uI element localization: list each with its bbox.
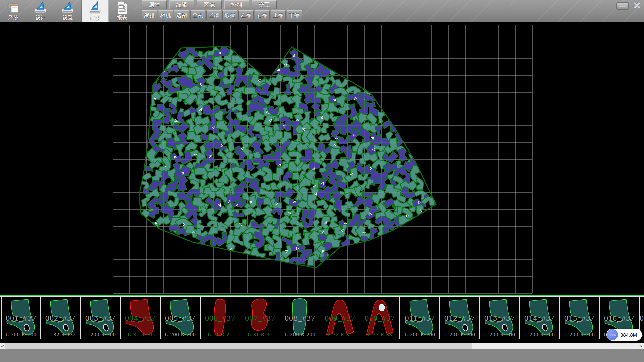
tool-button-3[interactable]: 全割 [190,10,205,20]
thumbnail-cell-5[interactable]: 005_#37L:200 R:200 [161,297,201,339]
scroll-left-arrow-icon[interactable]: < [0,343,5,349]
close-button[interactable]: ✕ [631,1,643,10]
app-button-label: 排版 [90,15,100,21]
app-button-layout-active[interactable]: 排版 [82,0,109,22]
progress-percent-circle: 38% [607,329,618,340]
piece-id-label: 005_#37 [161,314,200,323]
thumbnail-cell-6[interactable]: 006_#37L:21 R:21 [201,297,240,339]
tool-button-6[interactable]: 左靠 [238,10,254,20]
piece-lr-count: L:200 R:200 [520,331,559,338]
tool-button-4[interactable]: 区域 [206,10,221,20]
piece-id-label: 016_#37 [600,314,639,323]
piece-lr-count: L:31 R:31 [240,331,280,338]
thumbnail-cell-11[interactable]: 011_#37L:200 R:200 [400,297,440,339]
piece-id-label: 011_#37 [400,314,439,323]
thumbnail-cell-1[interactable]: 001_#37L:700 R:700 [1,297,41,339]
memory-usage-value: 384.8M [620,332,637,338]
piece-id-label: 015_#37 [560,314,599,323]
piece-lr-count: L:200 R:200 [280,331,320,338]
piece-id-label: 008_#37 [280,314,320,323]
piece-id-label: 0 [640,314,643,323]
piece-id-label: 007_#37 [240,314,280,323]
progress-badge: 38% 384.8M [606,329,642,341]
thumbnail-cell-2[interactable]: 002_#37L:132 R:132 [41,297,81,339]
menu-tab-4[interactable]: 交互 [252,0,277,9]
menu-tab-3[interactable]: 排料 [224,0,249,9]
piece-id-label: 009_#37 [320,314,360,323]
menu-tab-2[interactable]: 区域 [197,0,222,9]
app-button-report[interactable]: 报表 [109,0,136,22]
minimize-icon: — [619,4,626,8]
app-button-label: 设计 [36,15,46,21]
piece-id-label: 002_#37 [41,314,80,323]
menu-tab-row: 属性编辑区域排料交互 [142,0,302,9]
piece-lr-count: L:132 R:132 [41,331,80,338]
piece-lr-count: L:200 R:200 [161,331,200,338]
piece-id-label: 014_#37 [520,314,559,323]
piece-id-label: 010_#37 [360,314,399,323]
tool-button-9[interactable]: 下靠 [287,10,302,20]
scrollbar-thumb[interactable] [5,343,472,349]
tool-button-8[interactable]: 上靠 [271,10,286,20]
status-bar [0,349,644,362]
menu-tab-0[interactable]: 属性 [142,0,167,9]
app-button-system[interactable]: 系统 [0,0,27,22]
piece-lr-count: L:33 R:33 [360,331,399,338]
piece-lr-count: L:200 R:200 [560,331,599,338]
thumbnail-cell-7[interactable]: 007_#37L:31 R:31 [240,297,280,339]
app-button-label: 系统 [8,15,18,21]
layout-ruler-icon [88,1,102,15]
thumbnail-cell-15[interactable]: 015_#37L:200 R:200 [560,297,600,339]
app-button-row: 系统 设计 [0,0,136,22]
report-icon [115,1,129,15]
application-window: 系统 设计 [0,0,644,362]
nesting-canvas[interactable] [0,22,644,295]
minimize-button[interactable]: — [616,2,629,10]
piece-thumbnail-strip: 001_#37L:700 R:700002_#37L:132 R:132003_… [0,296,644,339]
design-ruler-icon [33,1,48,15]
thumbnail-cell-10[interactable]: 010_#37L:33 R:33 [360,297,400,339]
piece-lr-count: L:200 R:200 [400,331,439,338]
piece-lr-count: L:200 R:200 [480,331,519,338]
scroll-right-arrow-icon[interactable]: > [638,343,643,349]
piece-id-label: 001_#37 [2,314,40,323]
app-button-design[interactable]: 设计 [27,0,54,22]
app-button-settings[interactable]: 设置 [54,0,82,22]
system-icon [6,1,21,15]
window-controls: — ✕ [616,1,643,10]
tool-button-2[interactable]: 选割 [174,10,189,20]
toolbar: 系统 设计 [0,0,644,22]
thumbnail-cell-8[interactable]: 008_#37L:200 R:200 [280,297,320,339]
piece-lr-count: L:31 R:31 [121,331,160,338]
thumbnail-cell-9[interactable]: 009_#37L:32 R:31 [320,297,360,339]
thumbnail-cell-12[interactable]: 012_#37L:200 R:200 [440,297,480,339]
settings-ruler-icon [60,1,75,15]
thumbnail-cell-13[interactable]: 013_#37L:200 R:200 [480,297,520,339]
tool-button-7[interactable]: 右靠 [255,10,270,20]
tool-button-1[interactable]: 相机 [158,10,173,20]
thumbnail-cell-3[interactable]: 003_#37L:200 R:200 [81,297,121,339]
horizontal-scrollbar[interactable]: < > [0,343,644,349]
tool-button-0[interactable]: 聚排 [142,10,157,20]
piece-lr-count: L:200 R:200 [81,331,120,338]
piece-lr-count: L:200 R:200 [440,331,479,338]
piece-id-label: 004_#37 [121,314,160,323]
piece-lr-count: L:32 R:31 [320,331,360,338]
app-button-label: 设置 [63,15,73,21]
piece-id-label: 013_#37 [480,314,519,323]
tool-button-row: 聚排相机选割全割区域瑕疵左靠右靠上靠下靠 [142,10,302,20]
menu-area: 属性编辑区域排料交互 聚排相机选割全割区域瑕疵左靠右靠上靠下靠 [142,0,302,20]
tool-button-5[interactable]: 瑕疵 [222,10,237,20]
piece-id-label: 012_#37 [440,314,479,323]
piece-id-label: 003_#37 [81,314,120,323]
thumbnail-cell-4[interactable]: 004_#37L:31 R:31 [121,297,161,339]
app-button-label: 报表 [117,15,127,21]
piece-lr-count: L:21 R:21 [201,331,240,338]
thumbnail-cell-14[interactable]: 014_#37L:200 R:200 [520,297,560,339]
piece-lr-count: L:700 R:700 [2,331,40,338]
piece-id-label: 006_#37 [201,314,240,323]
menu-tab-1[interactable]: 编辑 [169,0,194,9]
